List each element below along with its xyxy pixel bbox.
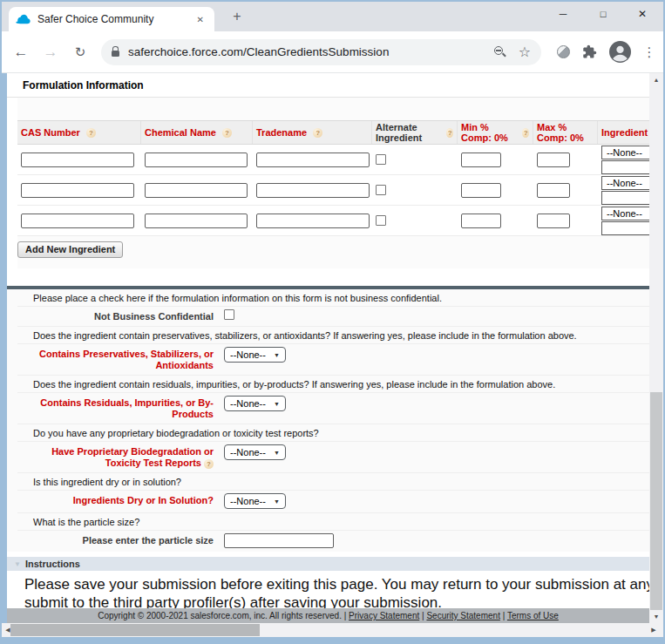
zoom-out-icon[interactable]	[494, 46, 506, 58]
chevron-down-icon: ▼	[274, 498, 280, 505]
field-label: Ingredients Dry or In Solution?	[17, 493, 214, 506]
browser-menu-icon[interactable]: ⋮	[641, 44, 657, 60]
chevron-down-icon: ▼	[274, 352, 280, 358]
vertical-scrollbar-thumb[interactable]	[650, 392, 662, 610]
page-viewport: Formulation Information CAS Number? Chem…	[7, 73, 649, 623]
profile-avatar[interactable]	[609, 41, 631, 63]
instructions-section-header[interactable]: ▼ Instructions	[7, 557, 649, 571]
ingredient-class-other-input[interactable]	[601, 221, 649, 235]
page-title: Formulation Information	[7, 73, 649, 98]
instructions-header-label: Instructions	[25, 559, 80, 569]
formulation-table-section: CAS Number? Chemical Name? Tradename? Al…	[17, 98, 649, 268]
cas-number-input[interactable]	[21, 153, 134, 167]
alternate-ingredient-checkbox[interactable]	[376, 185, 386, 195]
max-comp-input[interactable]	[537, 214, 570, 228]
terms-of-use-link[interactable]: Terms of Use	[507, 611, 559, 620]
horizontal-scrollbar[interactable]: ◀ ▶	[2, 623, 663, 637]
footer-separator: |	[422, 611, 424, 620]
min-comp-input[interactable]	[461, 153, 501, 167]
lock-icon[interactable]	[112, 51, 119, 57]
browser-window: Safer Choice Community ✕ + ─ □ ✕ ← → ↻ s…	[0, 0, 665, 644]
footer-separator: |	[344, 611, 347, 620]
ingredient-class-select[interactable]: --None--	[601, 207, 649, 220]
particle-size-input[interactable]	[224, 533, 334, 548]
window-minimize-button[interactable]: ─	[548, 2, 578, 26]
ingredient-class-select[interactable]: --None--	[601, 176, 649, 190]
footer-separator: |	[503, 611, 506, 620]
forward-icon[interactable]: →	[40, 44, 61, 61]
alternate-ingredient-checkbox[interactable]	[376, 154, 386, 165]
privacy-statement-link[interactable]: Privacy Statement	[349, 611, 419, 620]
vertical-scrollbar[interactable]: ▲ ▼	[649, 73, 663, 623]
bookmark-star-icon[interactable]: ☆	[519, 44, 531, 60]
window-maximize-button[interactable]: □	[588, 2, 618, 26]
max-comp-input[interactable]	[537, 153, 570, 167]
dry-or-solution-select[interactable]: --None--▼	[224, 493, 286, 509]
disclosure-triangle-icon[interactable]: ▼	[14, 560, 21, 568]
contains-residuals-select[interactable]: --None--▼	[224, 396, 286, 411]
address-bar[interactable]: saferchoice.force.com/CleanGredientsSubm…	[101, 39, 541, 65]
window-close-button[interactable]: ✕	[628, 2, 657, 26]
field-label: Have Proprietary Biodegradation or Toxic…	[17, 444, 214, 469]
question-row: Please enter the particle size	[17, 531, 649, 552]
tradename-input[interactable]	[256, 214, 370, 228]
question-prompt: Does the ingredient contain preservative…	[17, 327, 649, 344]
contains-preservatives-select[interactable]: --None--▼	[224, 347, 286, 363]
question-row: Contains Residuals, Impurities, or By-Pr…	[17, 393, 649, 424]
extensions-puzzle-icon[interactable]	[582, 44, 597, 59]
scroll-right-icon[interactable]: ▶	[648, 623, 660, 637]
ingredient-class-select[interactable]: --None--	[601, 146, 649, 159]
browser-tab[interactable]: Safer Choice Community ✕	[9, 7, 214, 31]
help-icon[interactable]: ?	[313, 128, 322, 138]
ingredient-class-other-input[interactable]	[601, 191, 649, 205]
reload-icon[interactable]: ↻	[70, 44, 91, 60]
tradename-input[interactable]	[256, 183, 370, 198]
max-comp-input[interactable]	[537, 183, 570, 198]
chemical-name-input[interactable]	[145, 214, 248, 228]
cas-number-input[interactable]	[21, 183, 134, 198]
tab-close-icon[interactable]: ✕	[193, 13, 207, 26]
help-icon[interactable]: ?	[446, 128, 453, 138]
table-header-row: CAS Number? Chemical Name? Tradename? Al…	[17, 120, 649, 145]
column-header-tradename: Tradename?	[253, 121, 372, 144]
help-icon[interactable]: ?	[522, 128, 529, 138]
tradename-input[interactable]	[256, 153, 370, 167]
not-business-confidential-checkbox[interactable]	[224, 309, 234, 320]
salesforce-cloud-favicon	[16, 14, 31, 24]
new-tab-button[interactable]: +	[227, 6, 248, 27]
column-header-chemical-name: Chemical Name?	[141, 121, 253, 144]
security-statement-link[interactable]: Security Statement	[426, 611, 499, 620]
help-icon[interactable]: ?	[222, 128, 232, 138]
min-comp-input[interactable]	[461, 183, 501, 198]
browser-toolbar: ← → ↻ saferchoice.force.com/CleanGredien…	[2, 31, 663, 73]
back-icon[interactable]: ←	[10, 44, 31, 61]
chemical-name-input[interactable]	[145, 153, 248, 167]
biodegradation-reports-select[interactable]: --None--▼	[224, 444, 286, 460]
alternate-ingredient-checkbox[interactable]	[376, 215, 386, 226]
question-prompt: Do you have any proprietary biodegradati…	[17, 424, 649, 442]
question-row: Have Proprietary Biodegradation or Toxic…	[17, 442, 649, 473]
column-header-cas: CAS Number?	[17, 121, 141, 144]
scroll-down-icon[interactable]: ▼	[649, 610, 663, 623]
question-row: Contains Preservatives, Stabilizers, or …	[17, 344, 649, 376]
chemical-name-input[interactable]	[145, 183, 248, 198]
chevron-down-icon: ▼	[274, 450, 280, 456]
help-icon[interactable]: ?	[204, 459, 214, 469]
question-prompt: Please place a check here if the formula…	[17, 289, 649, 307]
chevron-down-icon: ▼	[274, 401, 280, 407]
extension-circle-icon[interactable]	[557, 45, 570, 58]
ingredient-row: --None--	[17, 145, 649, 175]
column-header-ingredient-class: Ingredient Class	[598, 121, 649, 144]
question-row: Not Business Confidential	[17, 307, 649, 327]
help-icon[interactable]: ?	[86, 128, 96, 138]
horizontal-scrollbar-thumb[interactable]	[10, 624, 260, 636]
copyright-text: Copyright © 2000-2021 salesforce.com, in…	[98, 611, 342, 620]
min-comp-input[interactable]	[461, 214, 501, 228]
field-label: Contains Residuals, Impurities, or By-Pr…	[17, 396, 214, 420]
add-new-ingredient-button[interactable]: Add New Ingredient	[17, 241, 123, 258]
question-prompt: Is this ingredient dry or in solution?	[17, 473, 649, 491]
url-text: saferchoice.force.com/CleanGredientsSubm…	[128, 45, 494, 58]
cas-number-input[interactable]	[21, 214, 134, 228]
scroll-up-icon[interactable]: ▲	[649, 73, 663, 86]
ingredient-class-other-input[interactable]	[601, 160, 649, 174]
